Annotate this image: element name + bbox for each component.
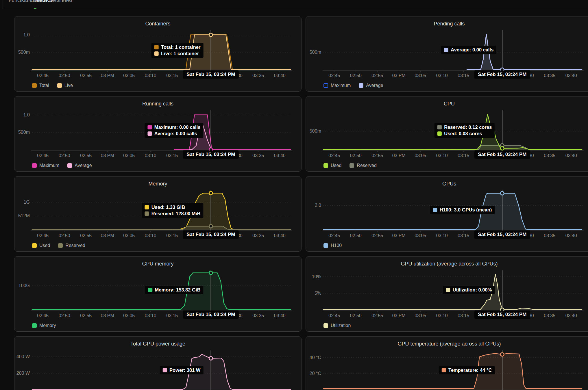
- y-axis-label: 40 °C: [307, 355, 321, 360]
- tooltip-text: Used: 0.03 cores: [444, 131, 482, 136]
- chart-card-memory: Memory1G512MUsed: 1.33 GiBReserved: 128.…: [14, 176, 302, 252]
- x-axis-label: 03:40: [565, 73, 577, 78]
- legend-item-total[interactable]: Total: [32, 83, 49, 88]
- x-axis-label: 03:35: [544, 233, 555, 238]
- x-axis-label: 02:55: [371, 153, 383, 158]
- tooltip-swatch: [446, 288, 450, 292]
- tooltip-swatch: [437, 131, 442, 136]
- chart-plot[interactable]: 10%5%Utilization: 0.00%: [306, 268, 588, 313]
- legend-label: Maximum: [331, 83, 351, 88]
- x-axis-label: 03:10: [145, 73, 156, 78]
- tooltip-row: Reserved: 128.00 MiB: [145, 211, 201, 216]
- y-axis-label: 1.0: [16, 32, 30, 38]
- chart-plot[interactable]: 500mAverage: 0.00 calls: [306, 28, 588, 73]
- tooltip-text: H100: 3.0 GPUs (mean): [440, 207, 492, 213]
- y-axis-label: 2.0: [307, 203, 321, 208]
- legend-item-memory[interactable]: Memory: [32, 323, 56, 328]
- legend-swatch: [323, 163, 328, 168]
- chart-canvas: [14, 348, 302, 390]
- tooltip-swatch: [148, 288, 153, 292]
- x-axis-label: 03:35: [252, 313, 264, 318]
- x-axis-label: 03:10: [436, 313, 448, 318]
- chart-legend: MaximumAverage: [306, 82, 588, 89]
- chart-plot[interactable]: 500mReserved: 0.12 coresUsed: 0.03 cores: [306, 108, 588, 153]
- tooltip-row: Average: 0.00 calls: [148, 131, 201, 136]
- legend-item-average[interactable]: Average: [359, 83, 383, 88]
- x-axis-label: 02:50: [59, 153, 70, 158]
- x-axis-label: 03:40: [274, 73, 286, 78]
- x-axis-labels: 02:4502:5002:5503 PM03:0503:1003:1503:20…: [306, 153, 588, 159]
- x-axis-label: 02:45: [37, 313, 49, 318]
- legend-label: Maximum: [39, 163, 59, 168]
- chart-title: Total GPU power usage: [14, 341, 301, 348]
- x-axis-label: 03 PM: [392, 73, 406, 78]
- tooltip-row: Maximum: 0.00 calls: [148, 125, 201, 130]
- x-axis-label: 03:40: [565, 233, 577, 238]
- legend-item-h100[interactable]: H100: [323, 243, 342, 248]
- value-tooltip: Utilization: 0.00%: [443, 286, 495, 294]
- tooltip-swatch: [148, 131, 152, 136]
- tooltip-row: Live: 1 container: [154, 51, 200, 56]
- x-axis-label: 02:55: [80, 233, 92, 238]
- tooltip-text: Utilization: 0.00%: [453, 287, 492, 293]
- y-axis-label: 500m: [307, 50, 321, 55]
- x-axis-label: 02:55: [80, 73, 92, 78]
- x-axis-label: 02:50: [350, 313, 362, 318]
- chart-plot[interactable]: 2.0H100: 3.0 GPUs (mean): [306, 188, 588, 233]
- x-axis-label: 02:50: [59, 73, 70, 78]
- legend-item-average[interactable]: Average: [67, 163, 92, 168]
- axis-tooltip: Sat Feb 15, 03:24 PM: [183, 231, 238, 239]
- hover-marker: [500, 353, 504, 356]
- legend-label: H100: [331, 243, 342, 248]
- legend-label: Average: [75, 163, 92, 168]
- tooltip-text: Power: 381 W: [169, 367, 200, 373]
- x-axis-label: 02:55: [80, 313, 92, 318]
- legend-item-used[interactable]: Used: [323, 163, 341, 168]
- hover-marker: [209, 33, 212, 37]
- x-axis-labels: 02:4502:5002:5503 PM03:0503:1003:1503:20…: [14, 313, 301, 320]
- hover-marker: [500, 192, 504, 195]
- legend-item-maximum[interactable]: Maximum: [323, 83, 351, 88]
- axis-tooltip: Sat Feb 15, 03:24 PM: [183, 151, 238, 159]
- chart-plot[interactable]: 1.0500mMaximum: 0.00 callsAverage: 0.00 …: [14, 108, 301, 153]
- x-axis-label: 03:35: [544, 73, 555, 78]
- x-axis-label: 03:05: [415, 73, 426, 78]
- x-axis-label: 03:10: [145, 233, 156, 238]
- chart-plot[interactable]: 40 °C20 °CTemperature: 44 °C: [306, 348, 588, 390]
- hover-marker: [500, 147, 504, 150]
- value-tooltip: H100: 3.0 GPUs (mean): [430, 206, 495, 214]
- chart-card-running-calls: Running calls1.0500mMaximum: 0.00 callsA…: [14, 96, 302, 172]
- x-axis-label: 02:45: [328, 313, 340, 318]
- chart-legend: Utilization: [306, 322, 588, 329]
- chart-title: Pending calls: [306, 21, 588, 28]
- tooltip-text: Average: 0.00 calls: [154, 131, 197, 136]
- x-axis-label: 03:40: [274, 233, 286, 238]
- chart-title: Running calls: [14, 101, 301, 108]
- legend-item-maximum[interactable]: Maximum: [32, 163, 59, 168]
- x-axis-label: 03:35: [252, 153, 264, 158]
- x-axis-label: 03:35: [252, 73, 264, 78]
- x-axis-label: 03:10: [436, 73, 448, 78]
- chart-plot[interactable]: 1G512MUsed: 1.33 GiBReserved: 128.00 MiB: [14, 188, 301, 233]
- legend-item-reserved[interactable]: Reserved: [350, 163, 376, 168]
- x-axis-label: 03:15: [166, 73, 178, 78]
- x-axis-label: 03 PM: [392, 233, 406, 238]
- y-axis-label: 512M: [16, 213, 30, 218]
- y-axis-label: 200 W: [16, 371, 30, 376]
- chart-plot[interactable]: 100GMemory: 153.82 GiB: [14, 268, 301, 313]
- tooltip-swatch: [148, 125, 152, 129]
- chart-plot[interactable]: 400 W200 WPower: 381 W: [14, 348, 301, 390]
- legend-item-reserved[interactable]: Reserved: [58, 243, 85, 248]
- x-axis-label: 03:10: [145, 153, 156, 158]
- x-axis-label: 03 PM: [392, 313, 406, 318]
- legend-item-live[interactable]: Live: [57, 83, 73, 88]
- legend-item-used[interactable]: Used: [32, 243, 50, 248]
- x-axis-label: 03:05: [123, 153, 135, 158]
- chart-plot[interactable]: 1.0500mTotal: 1 containerLive: 1 contain…: [14, 28, 301, 73]
- chart-title: CPU: [306, 101, 588, 108]
- y-axis-label: 100G: [16, 283, 30, 288]
- legend-swatch: [58, 243, 63, 248]
- x-axis-label: 03:15: [458, 233, 469, 238]
- tooltip-row: Total: 1 container: [154, 44, 200, 50]
- legend-item-utilization[interactable]: Utilization: [323, 323, 351, 328]
